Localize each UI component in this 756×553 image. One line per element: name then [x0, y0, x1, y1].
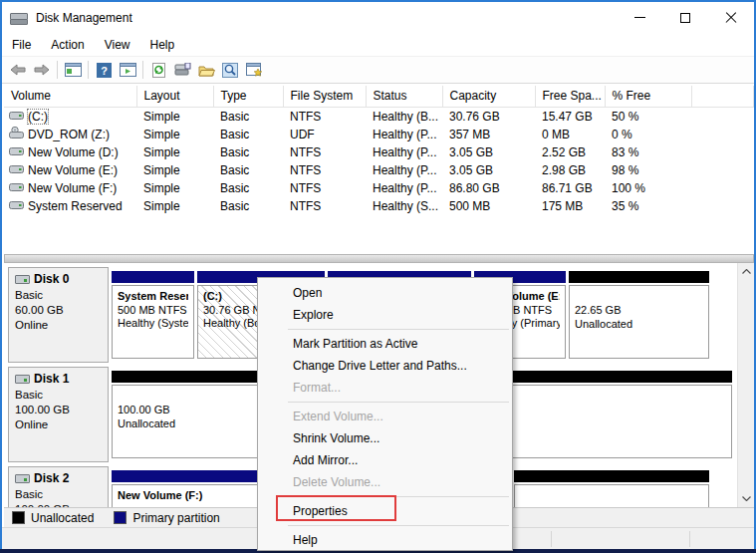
- menu-separator: [258, 522, 512, 529]
- menu-item-shrink-volume[interactable]: Shrink Volume...: [258, 427, 512, 449]
- table-row[interactable]: New Volume (E:) SimpleBasic NTFSHealthy …: [4, 161, 754, 179]
- menu-view[interactable]: View: [95, 34, 140, 56]
- menu-separator: [258, 399, 512, 406]
- svg-text:?: ?: [101, 64, 108, 76]
- toolbar: ?: [2, 57, 754, 84]
- refresh-icon[interactable]: [146, 59, 170, 81]
- optical-drive-icon: [9, 127, 24, 141]
- menu-item-explore[interactable]: Explore: [258, 304, 512, 326]
- col-capacity[interactable]: Capacity: [442, 86, 535, 107]
- close-icon: [725, 12, 737, 24]
- drive-icon: [9, 145, 24, 159]
- col-file-system[interactable]: File System: [283, 86, 366, 107]
- menu-item-delete-volume: Delete Volume...: [258, 471, 512, 493]
- minimize-icon: [634, 17, 645, 18]
- menu-file[interactable]: File: [2, 34, 41, 56]
- col-free-space[interactable]: Free Spa...: [535, 86, 605, 107]
- volume-list-pane: Volume Layout Type File System Status Ca…: [4, 86, 754, 254]
- search-icon[interactable]: [218, 59, 242, 81]
- open-folder-icon[interactable]: [194, 59, 218, 81]
- drive-icon: [9, 181, 24, 195]
- forward-icon[interactable]: [30, 59, 54, 81]
- legend-label-unallocated: Unallocated: [31, 511, 94, 525]
- scroll-down-icon[interactable]: [738, 490, 754, 507]
- pane-splitter[interactable]: [4, 254, 754, 263]
- menu-item-open[interactable]: Open: [258, 282, 512, 304]
- annotation-highlight-properties: [276, 495, 396, 521]
- table-row[interactable]: New Volume (F:) SimpleBasic NTFSHealthy …: [4, 179, 754, 197]
- show-console-tree-icon[interactable]: [61, 59, 85, 81]
- table-row[interactable]: New Volume (D:) SimpleBasic NTFSHealthy …: [4, 143, 754, 161]
- menu-help[interactable]: Help: [140, 34, 185, 56]
- disk-name: Disk 2: [34, 471, 69, 485]
- disk-name: Disk 0: [34, 272, 69, 286]
- disk-icon: [15, 275, 30, 284]
- vertical-scrollbar[interactable]: [737, 263, 754, 507]
- disk1-label-panel[interactable]: Disk 1 Basic 100.00 GB Online: [8, 367, 109, 462]
- disk-properties-icon[interactable]: [170, 59, 194, 81]
- close-button[interactable]: [708, 2, 754, 33]
- drive-icon: [9, 163, 24, 177]
- maximize-button[interactable]: [662, 2, 708, 33]
- menu-item-change-drive-letter[interactable]: Change Drive Letter and Paths...: [258, 355, 512, 377]
- partition-block-system-reserved[interactable]: System Reserved 500 MB NTFS Healthy (Sys…: [112, 271, 194, 363]
- menu-item-mark-partition-active[interactable]: Mark Partition as Active: [258, 333, 512, 355]
- disk-icon: [15, 375, 30, 384]
- menu-item-extend-volume: Extend Volume...: [258, 406, 512, 427]
- legend-label-primary: Primary partition: [132, 511, 219, 525]
- col-layout[interactable]: Layout: [136, 86, 213, 107]
- col-volume[interactable]: Volume: [4, 86, 136, 107]
- drive-icon: [9, 199, 24, 213]
- snap-in-settings-icon[interactable]: [242, 59, 266, 81]
- table-row[interactable]: (C:) SimpleBasic NTFSHealthy (B... 30.76…: [4, 107, 754, 126]
- table-header-row: Volume Layout Type File System Status Ca…: [4, 86, 754, 107]
- help-icon[interactable]: ?: [92, 59, 116, 81]
- window-title: Disk Management: [36, 11, 132, 25]
- table-row[interactable]: System Reserved SimpleBasic NTFSHealthy …: [4, 197, 754, 215]
- menu-item-add-mirror[interactable]: Add Mirror...: [258, 449, 512, 471]
- title-bar: Disk Management: [2, 2, 754, 33]
- show-action-pane-icon[interactable]: [116, 59, 139, 81]
- legend-swatch-primary: [114, 511, 126, 524]
- menu-bar: File Action View Help: [2, 33, 754, 57]
- volume-table: Volume Layout Type File System Status Ca…: [4, 86, 754, 215]
- maximize-icon: [680, 13, 690, 23]
- table-row[interactable]: DVD_ROM (Z:) SimpleBasic UDFHealthy (P..…: [4, 126, 754, 143]
- app-icon: [10, 11, 28, 25]
- disk-icon: [15, 474, 30, 483]
- back-icon[interactable]: [6, 59, 30, 81]
- menu-item-help[interactable]: Help: [258, 529, 512, 551]
- disk-name: Disk 1: [34, 372, 69, 386]
- minimize-button[interactable]: [617, 2, 662, 33]
- menu-item-format: Format...: [258, 377, 512, 399]
- col-status[interactable]: Status: [366, 86, 442, 107]
- menu-separator: [258, 326, 512, 333]
- col-type[interactable]: Type: [213, 86, 283, 107]
- scroll-up-icon[interactable]: [738, 263, 754, 280]
- unallocated-block-disk0[interactable]: 22.65 GB Unallocated: [569, 271, 709, 363]
- disk0-label-panel[interactable]: Disk 0 Basic 60.00 GB Online: [8, 267, 109, 363]
- drive-icon: [9, 110, 24, 124]
- col-pct-free[interactable]: % Free: [605, 86, 691, 107]
- legend-swatch-unallocated: [12, 511, 25, 524]
- menu-action[interactable]: Action: [41, 34, 94, 56]
